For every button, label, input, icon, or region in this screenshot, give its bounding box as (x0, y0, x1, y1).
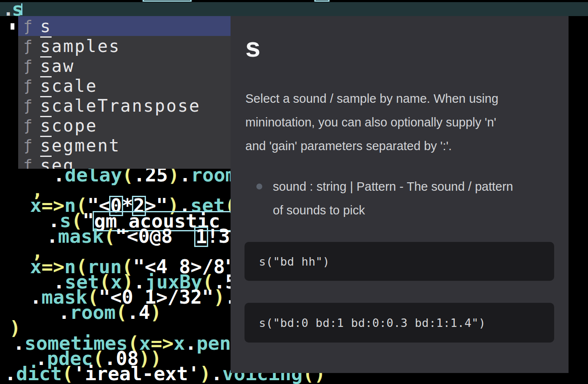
autocomplete-item-samples[interactable]: ƒsamples (18, 36, 231, 56)
autocomplete-item-saw[interactable]: ƒsaw (18, 56, 231, 76)
text-cursor (21, 3, 22, 15)
code-example-text: s("bd hh") (259, 256, 330, 267)
doc-parameter-line: sound : string | Pattern - The sound / p… (273, 175, 552, 198)
bullet-icon (256, 184, 262, 189)
doc-panel: s Select a sound / sample by name. When … (231, 16, 569, 373)
function-icon: ƒ (23, 19, 40, 34)
autocomplete-dropdown: ƒsƒsamplesƒsawƒscaleƒscaleTransposeƒscop… (18, 16, 231, 169)
autocomplete-item-scope[interactable]: ƒscope (18, 115, 231, 135)
autocomplete-item-label: segment (40, 137, 121, 154)
autocomplete-item-seg[interactable]: ƒseg (18, 155, 231, 169)
function-icon: ƒ (23, 38, 40, 54)
code-highlight-fragment (143, 0, 192, 2)
function-icon: ƒ (23, 78, 40, 93)
code-line[interactable]: .room(.4) (58, 303, 162, 322)
autocomplete-item-label: scope (40, 117, 97, 134)
code-highlight-fragment (314, 0, 330, 2)
function-icon: ƒ (23, 138, 40, 153)
pattern-highlight-box: 1 (195, 228, 207, 246)
doc-parameter: sound : string | Pattern - The sound / p… (231, 175, 552, 222)
autocomplete-item-scale[interactable]: ƒscale (18, 76, 231, 96)
doc-description-line: and 'gain' parameters separated by ':'. (245, 134, 554, 158)
autocomplete-item-label: scale (40, 77, 97, 94)
doc-description: Select a sound / sample by name. When us… (245, 87, 554, 158)
code-example: s("bd:0 bd:1 bd:0:0.3 bd:1:1.4") (245, 303, 554, 343)
doc-description-line: Select a sound / sample by name. When us… (245, 87, 554, 110)
doc-title: s (245, 34, 261, 61)
autocomplete-item-label: s (40, 18, 52, 35)
code-example: s("bd hh") (245, 242, 554, 281)
code-fragment (11, 23, 14, 30)
function-icon: ƒ (23, 98, 40, 113)
autocomplete-item-label: scaleTranspose (40, 97, 201, 114)
function-icon: ƒ (23, 118, 40, 133)
autocomplete-item-segment[interactable]: ƒsegment (18, 135, 231, 155)
autocomplete-item-scaleTranspose[interactable]: ƒscaleTranspose (18, 96, 231, 115)
function-icon: ƒ (23, 158, 40, 169)
autocomplete-item-label: saw (40, 58, 74, 74)
autocomplete-item-s[interactable]: ƒs (18, 16, 231, 36)
code-example-text: s("bd:0 bd:1 bd:0:0.3 bd:1:1.4") (259, 317, 486, 329)
doc-parameter-line: of sounds to pick (273, 198, 552, 222)
active-editor-line[interactable]: . s (0, 2, 588, 16)
code-line[interactable]: .mask("<0@8 1!32> (47, 227, 253, 246)
autocomplete-item-label: seg (40, 157, 74, 169)
autocomplete-item-label: samples (40, 38, 121, 55)
doc-description-line: mininotation, you can also optionally su… (245, 110, 554, 134)
function-icon: ƒ (23, 58, 40, 74)
